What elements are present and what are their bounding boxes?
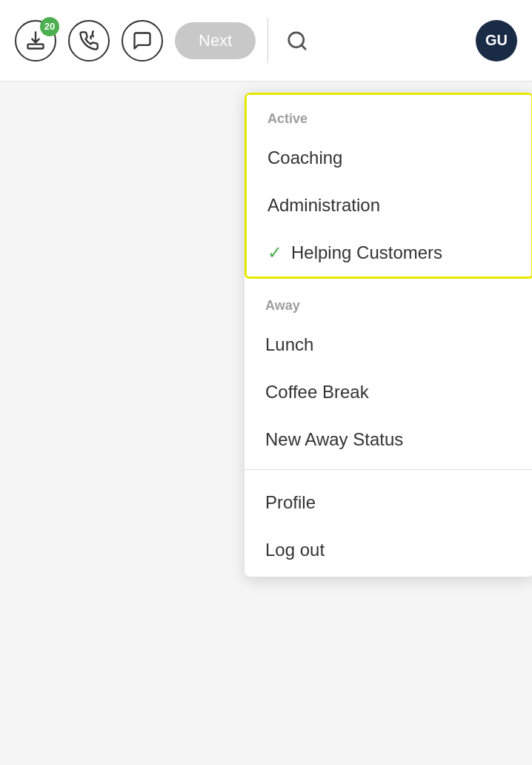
menu-item-coffee-break[interactable]: Coffee Break: [245, 368, 532, 416]
coaching-label: Coaching: [267, 148, 342, 168]
dropdown-menu: Active Coaching Administration ✓ Helping…: [245, 93, 532, 577]
menu-item-logout[interactable]: Log out: [245, 526, 532, 574]
search-button[interactable]: [280, 24, 314, 58]
lunch-label: Lunch: [265, 334, 313, 355]
svg-line-2: [302, 44, 305, 48]
profile-label: Profile: [265, 492, 316, 513]
header: 20 Next GU: [0, 0, 532, 82]
chat-icon: [132, 30, 153, 51]
menu-item-helping-customers[interactable]: ✓ Helping Customers: [247, 229, 531, 276]
menu-item-administration[interactable]: Administration: [247, 182, 531, 229]
phone-icon: [79, 30, 99, 51]
menu-item-new-away-status[interactable]: New Away Status: [245, 416, 532, 463]
svg-rect-0: [28, 44, 44, 48]
menu-item-profile[interactable]: Profile: [245, 479, 532, 526]
active-label: Active: [247, 95, 531, 134]
helping-customers-label: Helping Customers: [291, 242, 442, 263]
away-label: Away: [245, 282, 532, 321]
active-section: Active Coaching Administration ✓ Helping…: [245, 93, 532, 279]
header-divider: [267, 19, 268, 63]
notification-badge: 20: [40, 17, 59, 36]
menu-item-lunch[interactable]: Lunch: [245, 321, 532, 368]
check-icon: ✓: [267, 242, 282, 263]
bottom-section: Profile Log out: [245, 476, 532, 577]
coffee-break-label: Coffee Break: [265, 382, 369, 403]
chat-button[interactable]: [122, 20, 163, 62]
logout-label: Log out: [265, 540, 325, 560]
away-section: Away Lunch Coffee Break New Away Status: [245, 279, 532, 463]
download-button[interactable]: 20: [15, 20, 56, 62]
search-icon: [286, 30, 308, 52]
menu-separator: [245, 469, 532, 470]
phone-button[interactable]: [68, 20, 110, 62]
administration-label: Administration: [267, 195, 380, 216]
avatar[interactable]: GU: [476, 20, 517, 62]
menu-item-coaching[interactable]: Coaching: [247, 134, 531, 182]
new-away-status-label: New Away Status: [265, 429, 403, 450]
next-button[interactable]: Next: [175, 22, 256, 59]
